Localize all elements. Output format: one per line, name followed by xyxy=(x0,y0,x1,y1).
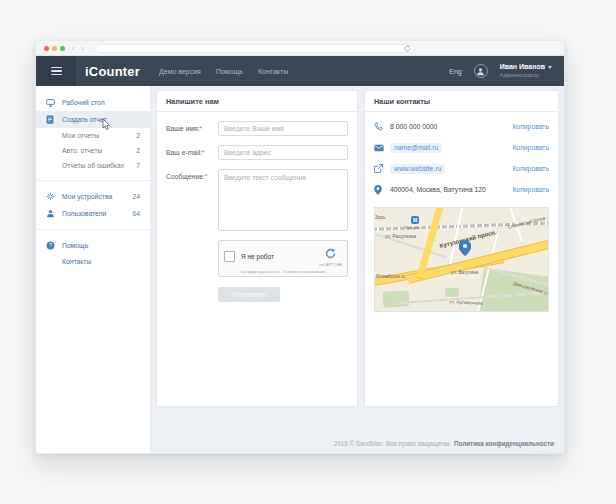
required-asterisk: * xyxy=(199,125,202,132)
close-window-button[interactable] xyxy=(44,46,49,51)
map-location-pin[interactable] xyxy=(459,240,471,256)
contact-row-website: www.website.ru Копировать xyxy=(365,158,558,179)
recaptcha-checkbox[interactable] xyxy=(224,251,235,262)
address-value: 400004, Москва, Ватутина 120 xyxy=(390,186,486,193)
count-badge: 64 xyxy=(132,210,140,217)
map-green-patch xyxy=(445,288,459,297)
copy-email-link[interactable]: Копировать xyxy=(512,144,549,151)
map-label-vatutina: ул. Ватутина xyxy=(451,270,478,275)
map-label-artamonova: ул. Артамонова xyxy=(449,299,483,306)
report-icon xyxy=(46,115,55,124)
app-body: Рабочий стол Создать отчет Мои отчеты 2 … xyxy=(36,86,564,454)
address-bar[interactable] xyxy=(95,44,415,53)
gear-icon xyxy=(46,192,55,201)
message-textarea[interactable] xyxy=(218,169,348,231)
message-field-label: Сообщение:* xyxy=(166,169,218,231)
sidebar-item-contacts[interactable]: Контакты xyxy=(36,254,150,269)
sidebar-item-auto-reports[interactable]: Авто. отчеты 2 xyxy=(36,143,150,158)
privacy-policy-link[interactable]: Политика конфиденциальности xyxy=(454,440,554,447)
svg-text:?: ? xyxy=(49,242,52,248)
phone-icon xyxy=(374,122,384,131)
recaptcha-terms[interactable]: Конфиденциальность - Условия использован… xyxy=(224,270,342,274)
person-icon xyxy=(46,209,55,218)
app-header: iCounter Демо версия Помощь Контакты Eng… xyxy=(36,56,564,86)
nav-contacts[interactable]: Контакты xyxy=(258,68,288,75)
browser-window: ‹ › iCounter Демо версия Помощь Контакты… xyxy=(35,40,565,454)
map-pin-icon xyxy=(374,185,384,195)
zoom-window-button[interactable] xyxy=(60,46,65,51)
submit-button[interactable]: Отправить xyxy=(218,287,280,302)
count-badge: 24 xyxy=(132,193,140,200)
sidebar-item-label: Рабочий стол xyxy=(62,99,105,106)
email-field-label: Ваш e-mail:* xyxy=(166,145,218,160)
map-green-patch xyxy=(382,290,409,308)
sidebar-item-my-devices[interactable]: Мои устройства 24 xyxy=(36,188,150,205)
sidebar-item-label: Авто. отчеты xyxy=(62,147,102,154)
minimize-window-button[interactable] xyxy=(52,46,57,51)
sidebar-item-users[interactable]: Пользователи 64 xyxy=(36,205,150,222)
hamburger-menu-button[interactable] xyxy=(36,56,76,86)
sidebar-item-my-reports[interactable]: Мои отчеты 2 xyxy=(36,128,150,143)
footer: 2018 © SandMax. Все права защищены.Полит… xyxy=(334,440,554,447)
contacts-title: Наши контакты xyxy=(365,91,558,112)
phone-value: 8 000 000 0000 xyxy=(390,123,437,130)
question-icon: ? xyxy=(46,241,55,250)
sidebar-item-label: Пользователи xyxy=(62,210,106,217)
copy-phone-link[interactable]: Копировать xyxy=(512,123,549,130)
language-switcher[interactable]: Eng xyxy=(449,68,461,75)
contact-row-phone: 8 000 000 0000 Копировать xyxy=(365,116,558,137)
logo-box: iCounter xyxy=(76,56,151,86)
map-label-zor: Зорь xyxy=(375,215,385,220)
back-button[interactable]: ‹ xyxy=(72,45,74,52)
nav-demo-version[interactable]: Демо версия xyxy=(159,68,201,75)
count-badge: 7 xyxy=(136,162,140,169)
map-label-mozhayskoe: Можайское ш. xyxy=(376,274,406,279)
sidebar-item-label: Помощь xyxy=(62,242,88,249)
sidebar-item-help[interactable]: ? Помощь xyxy=(36,237,150,254)
copyright-text: 2018 © SandMax. Все права защищены. xyxy=(334,440,451,447)
external-link-icon xyxy=(374,164,384,173)
forward-button[interactable]: › xyxy=(81,45,83,52)
contact-row-address: 400004, Москва, Ватутина 120 Копировать xyxy=(365,179,558,200)
user-name: Иван Иванов xyxy=(500,63,545,72)
nav-help[interactable]: Помощь xyxy=(216,68,243,75)
monitor-icon xyxy=(46,98,55,107)
email-input[interactable] xyxy=(218,145,348,160)
reload-icon[interactable] xyxy=(404,45,411,52)
recaptcha-icon xyxy=(325,248,336,259)
sidebar-item-create-report[interactable]: Создать отчет xyxy=(36,111,150,128)
copy-website-link[interactable]: Копировать xyxy=(512,165,549,172)
contact-row-email: name@mail.ru Копировать xyxy=(365,137,558,158)
sidebar-item-error-reports[interactable]: Отчеты об ошибках 7 xyxy=(36,158,150,173)
required-asterisk: * xyxy=(205,173,208,180)
email-link[interactable]: name@mail.ru xyxy=(390,143,442,153)
count-badge: 2 xyxy=(136,147,140,154)
map[interactable]: Кутузовский просп. Можайское ш. ул. Вату… xyxy=(374,207,549,312)
name-input[interactable] xyxy=(218,121,348,136)
sidebar-item-label: Мои отчеты xyxy=(62,132,99,139)
sidebar-item-label: Мои устройства xyxy=(62,193,112,200)
chevron-down-icon xyxy=(548,66,552,69)
recaptcha-brand: reCAPTCHA xyxy=(319,263,342,267)
website-link[interactable]: www.website.ru xyxy=(390,164,445,174)
recaptcha-logo: reCAPTCHA xyxy=(319,246,342,267)
user-role: Администратор xyxy=(500,72,552,79)
sidebar-item-desktop[interactable]: Рабочий стол xyxy=(36,94,150,111)
map-label-rashchupkina: ул. Ращупкина xyxy=(385,234,416,239)
user-menu[interactable]: Иван Иванов Администратор xyxy=(500,63,552,79)
metro-icon: М xyxy=(411,216,419,224)
avatar[interactable] xyxy=(474,64,488,78)
divider xyxy=(36,180,150,181)
copy-address-link[interactable]: Копировать xyxy=(512,186,549,193)
user-icon xyxy=(476,67,485,76)
count-badge: 2 xyxy=(136,132,140,139)
envelope-icon xyxy=(374,144,384,152)
recaptcha-label: Я не робот xyxy=(241,253,274,260)
main-content: Напишите нам Ваше имя:* Ваш e-mail:* Соо… xyxy=(151,86,564,454)
required-asterisk: * xyxy=(202,149,205,156)
contact-form-panel: Напишите нам Ваше имя:* Ваш e-mail:* Соо… xyxy=(156,90,358,407)
app-logo[interactable]: iCounter xyxy=(85,64,140,79)
map-label-metro: Кунцево xyxy=(405,225,420,230)
browser-chrome: ‹ › xyxy=(36,41,564,56)
sidebar: Рабочий стол Создать отчет Мои отчеты 2 … xyxy=(36,86,151,454)
